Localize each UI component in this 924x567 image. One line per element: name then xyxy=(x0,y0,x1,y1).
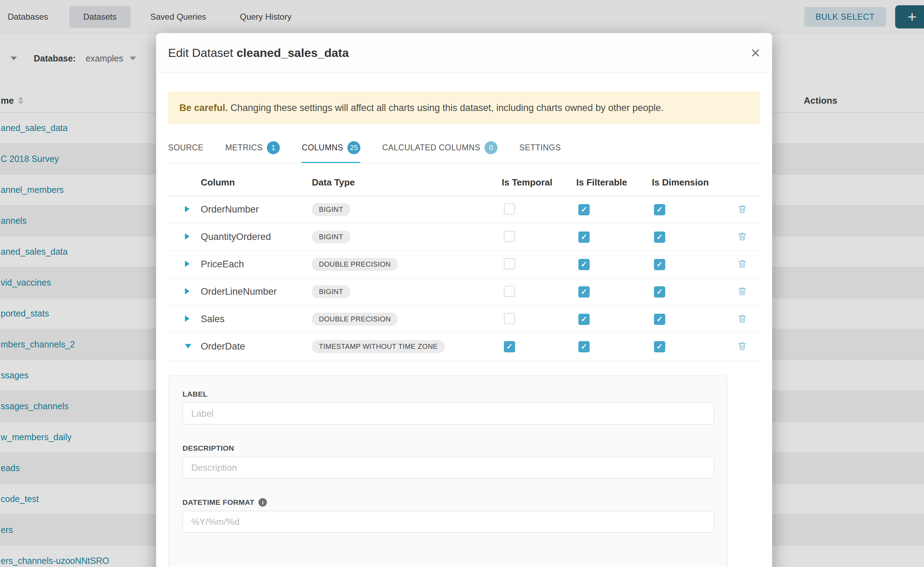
trash-icon xyxy=(737,286,748,297)
delete-column-button[interactable] xyxy=(737,204,748,214)
delete-column-button[interactable] xyxy=(737,341,748,351)
datetime-format-field: DATETIME FORMAT i xyxy=(182,498,713,532)
tab-label: SOURCE xyxy=(168,143,203,153)
checkbox-is-dimension[interactable]: ✓ xyxy=(654,204,665,215)
trash-icon xyxy=(737,258,748,269)
trash-icon xyxy=(737,231,748,242)
modal-header: Edit Dataset cleaned_sales_data × xyxy=(156,33,772,73)
checkbox-is-filterable[interactable]: ✓ xyxy=(578,314,590,325)
checkbox-is-filterable[interactable]: ✓ xyxy=(578,231,590,243)
header-column: Column xyxy=(201,177,312,188)
tab-label: METRICS xyxy=(226,143,263,153)
columns-table-header: Column Data Type Is Temporal Is Filterab… xyxy=(168,163,760,196)
modal-title-prefix: Edit Dataset xyxy=(168,46,233,59)
expand-caret-icon[interactable] xyxy=(185,261,190,267)
tab-count-badge: 1 xyxy=(267,141,280,154)
tab-bar: SOURCEMETRICS1COLUMNS25CALCULATED COLUMN… xyxy=(168,138,760,163)
collapse-caret-icon[interactable] xyxy=(185,344,191,348)
trash-icon xyxy=(737,204,748,214)
column-row: SalesDOUBLE PRECISION✓✓ xyxy=(168,306,760,333)
column-name: QuantityOrdered xyxy=(201,231,312,242)
checkbox-is-filterable[interactable]: ✓ xyxy=(578,286,590,297)
column-row: OrderLineNumberBIGINT✓✓ xyxy=(168,278,760,306)
column-row: OrderDateTIMESTAMP WITHOUT TIME ZONE✓✓✓ xyxy=(168,333,760,360)
checkbox-is-temporal[interactable] xyxy=(504,203,515,214)
delete-column-button[interactable] xyxy=(737,231,748,242)
checkbox-is-temporal[interactable] xyxy=(504,258,515,270)
checkbox-is-filterable[interactable]: ✓ xyxy=(578,204,590,215)
column-row: PriceEachDOUBLE PRECISION✓✓ xyxy=(168,251,760,278)
checkbox-is-filterable[interactable]: ✓ xyxy=(578,259,590,270)
edit-dataset-modal: Edit Dataset cleaned_sales_data × Be car… xyxy=(156,33,772,567)
datetime-format-input[interactable] xyxy=(182,511,714,532)
column-detail-panel: LABEL DESCRIPTION DATETIME FORMAT i xyxy=(168,375,728,567)
tab-count-badge: 25 xyxy=(348,141,360,154)
label-input[interactable] xyxy=(182,403,714,424)
tab-label: COLUMNS xyxy=(302,143,343,153)
modal-body: Be careful. Changing these settings will… xyxy=(156,92,772,567)
info-icon: i xyxy=(259,498,267,507)
warning-bold-text: Be careful. xyxy=(179,103,228,113)
expand-caret-icon[interactable] xyxy=(185,315,190,322)
checkbox-is-dimension[interactable]: ✓ xyxy=(654,231,665,243)
tab-label: SETTINGS xyxy=(519,143,561,153)
description-field: DESCRIPTION xyxy=(182,444,713,478)
tab-metrics[interactable]: METRICS1 xyxy=(226,138,280,163)
header-is-filterable: Is Filterable xyxy=(576,177,652,188)
header-is-dimension: Is Dimension xyxy=(652,177,736,188)
warning-text: Changing these settings will affect all … xyxy=(228,103,664,113)
delete-column-button[interactable] xyxy=(737,314,748,324)
datetime-format-field-label: DATETIME FORMAT xyxy=(182,498,254,507)
delete-column-button[interactable] xyxy=(737,258,748,269)
trash-icon xyxy=(737,314,748,324)
data-type-pill: TIMESTAMP WITHOUT TIME ZONE xyxy=(312,340,445,353)
trash-icon xyxy=(737,341,748,351)
modal-title: Edit Dataset cleaned_sales_data xyxy=(168,46,349,60)
warning-banner: Be careful. Changing these settings will… xyxy=(168,92,760,124)
expand-caret-icon[interactable] xyxy=(185,288,190,294)
description-input[interactable] xyxy=(182,457,714,478)
data-type-pill: DOUBLE PRECISION xyxy=(312,313,398,326)
delete-column-button[interactable] xyxy=(737,286,748,297)
checkbox-is-temporal[interactable] xyxy=(504,286,515,297)
expand-caret-icon[interactable] xyxy=(185,233,190,240)
column-name: PriceEach xyxy=(201,259,312,270)
tab-count-badge: 0 xyxy=(485,141,498,154)
column-row: QuantityOrderedBIGINT✓✓ xyxy=(168,224,760,251)
checkbox-is-temporal[interactable] xyxy=(504,313,515,324)
tab-source[interactable]: SOURCE xyxy=(168,138,203,163)
data-type-pill: DOUBLE PRECISION xyxy=(312,258,398,271)
tab-calculated-columns[interactable]: CALCULATED COLUMNS0 xyxy=(382,138,498,163)
checkbox-is-dimension[interactable]: ✓ xyxy=(654,259,665,270)
column-row: OrderNumberBIGINT✓✓ xyxy=(168,196,760,224)
tab-label: CALCULATED COLUMNS xyxy=(382,143,480,153)
data-type-pill: BIGINT xyxy=(312,231,350,243)
label-field: LABEL xyxy=(182,390,713,424)
columns-table: Column Data Type Is Temporal Is Filterab… xyxy=(168,163,760,360)
column-name: OrderNumber xyxy=(201,204,312,215)
close-icon[interactable]: × xyxy=(751,45,760,61)
description-field-label: DESCRIPTION xyxy=(182,444,713,453)
checkbox-is-temporal[interactable]: ✓ xyxy=(504,341,515,352)
tab-columns[interactable]: COLUMNS25 xyxy=(302,138,360,163)
checkbox-is-filterable[interactable]: ✓ xyxy=(578,341,590,352)
column-name: OrderDate xyxy=(201,341,312,352)
data-type-pill: BIGINT xyxy=(312,203,350,216)
checkbox-is-dimension[interactable]: ✓ xyxy=(654,314,665,325)
checkbox-is-dimension[interactable]: ✓ xyxy=(654,341,665,352)
header-data-type: Data Type xyxy=(312,177,502,188)
expand-caret-icon[interactable] xyxy=(185,206,190,212)
tab-settings[interactable]: SETTINGS xyxy=(519,138,561,163)
header-is-temporal: Is Temporal xyxy=(502,177,576,188)
label-field-label: LABEL xyxy=(182,390,713,398)
modal-title-dataset-name: cleaned_sales_data xyxy=(236,46,349,59)
column-name: OrderLineNumber xyxy=(201,286,312,297)
data-type-pill: BIGINT xyxy=(312,285,350,298)
column-name: Sales xyxy=(201,314,312,325)
checkbox-is-dimension[interactable]: ✓ xyxy=(654,286,665,297)
checkbox-is-temporal[interactable] xyxy=(504,231,515,242)
